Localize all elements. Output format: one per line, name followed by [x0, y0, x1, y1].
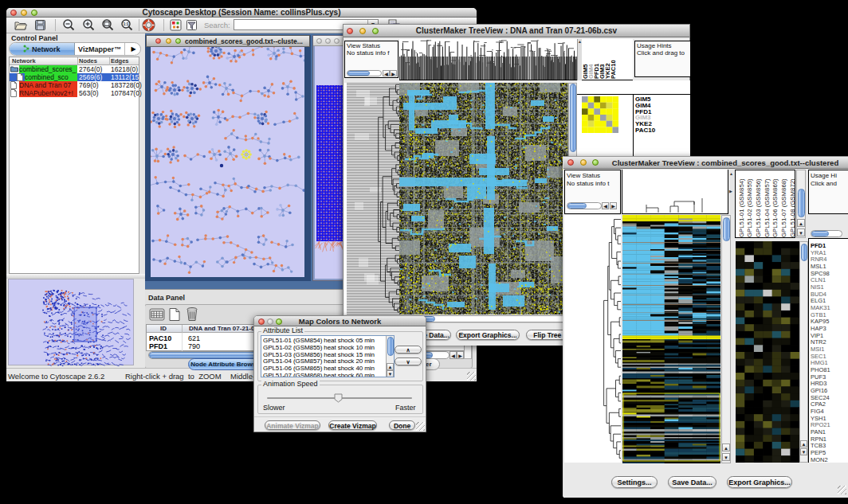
svg-text:GPL51-01 (GSM854): GPL51-01 (GSM854)	[738, 178, 745, 237]
svg-text:GPL51-08 (GSM872): GPL51-08 (GSM872)	[789, 178, 795, 237]
svg-text:GPL51-07 (GSM868): GPL51-07 (GSM868)	[780, 178, 787, 237]
svg-text:GPL51-02 (GSM855): GPL51-02 (GSM855)	[746, 178, 753, 237]
svg-text:GPL51-03 (GSM856): GPL51-03 (GSM856)	[755, 178, 762, 237]
svg-text:1:1: 1:1	[123, 21, 128, 26]
svg-text:GPL51-06 (GSM865): GPL51-06 (GSM865)	[771, 178, 779, 237]
svg-text:PAC10: PAC10	[610, 60, 617, 79]
svg-text:GPL51-04 (GSM857): GPL51-04 (GSM857)	[764, 178, 771, 237]
